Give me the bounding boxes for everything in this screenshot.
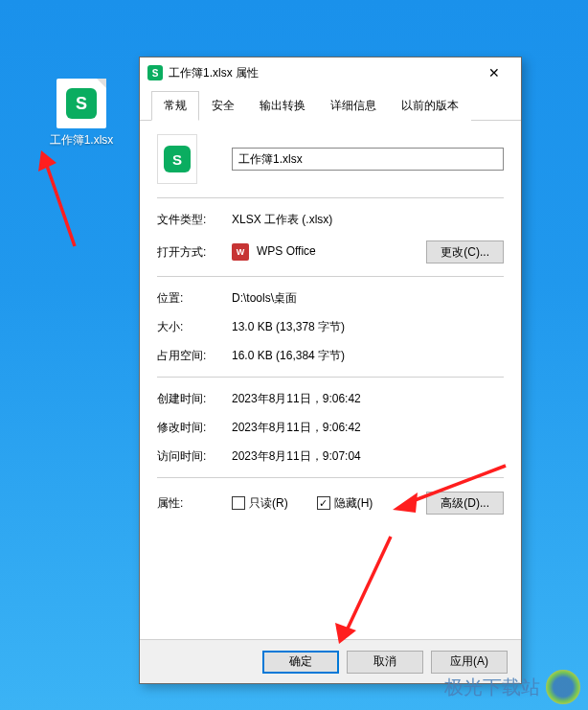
close-button[interactable]: ✕ bbox=[475, 59, 513, 86]
tab-previous[interactable]: 以前的版本 bbox=[389, 91, 471, 121]
change-button[interactable]: 更改(C)... bbox=[426, 240, 504, 263]
checkbox-readonly-label: 只读(R) bbox=[249, 495, 288, 512]
watermark: 极光下载站 bbox=[444, 670, 580, 704]
value-open-with: WWPS Office bbox=[232, 243, 426, 261]
label-created: 创建时间: bbox=[157, 391, 232, 407]
label-modified: 修改时间: bbox=[157, 420, 232, 436]
checkbox-readonly[interactable]: 只读(R) bbox=[232, 495, 288, 512]
tabs: 常规 安全 输出转换 详细信息 以前的版本 bbox=[140, 90, 521, 121]
value-size: 13.0 KB (13,378 字节) bbox=[232, 319, 504, 335]
cancel-button[interactable]: 取消 bbox=[347, 651, 423, 674]
dialog-title: 工作簿1.xlsx 属性 bbox=[169, 65, 475, 81]
svg-marker-2 bbox=[335, 623, 356, 644]
titlebar: S 工作簿1.xlsx 属性 ✕ bbox=[140, 57, 521, 88]
tab-security[interactable]: 安全 bbox=[199, 91, 247, 121]
checkbox-hidden-label: 隐藏(H) bbox=[334, 495, 373, 512]
watermark-badge-icon bbox=[546, 670, 580, 704]
svg-marker-1 bbox=[393, 492, 418, 513]
label-disk: 占用空间: bbox=[157, 348, 232, 364]
open-app-name: WPS Office bbox=[257, 244, 316, 258]
spreadsheet-icon: S bbox=[164, 146, 191, 172]
tab-details[interactable]: 详细信息 bbox=[318, 91, 389, 121]
desktop-file-icon[interactable]: S 工作簿1.xlsx bbox=[43, 79, 120, 149]
label-attributes: 属性: bbox=[157, 495, 232, 512]
title-icon: S bbox=[147, 65, 163, 80]
file-name-input[interactable] bbox=[232, 148, 504, 171]
value-modified: 2023年8月11日，9:06:42 bbox=[232, 420, 504, 436]
ok-button[interactable]: 确定 bbox=[262, 651, 339, 674]
label-accessed: 访问时间: bbox=[157, 448, 232, 465]
tab-general[interactable]: 常规 bbox=[151, 91, 199, 121]
value-disk: 16.0 KB (16,384 字节) bbox=[232, 348, 504, 364]
label-open-with: 打开方式: bbox=[157, 244, 232, 261]
file-icon: S bbox=[57, 79, 106, 128]
label-file-type: 文件类型: bbox=[157, 212, 232, 228]
checkbox-hidden-box bbox=[317, 496, 330, 510]
checkbox-readonly-box bbox=[232, 496, 245, 510]
value-created: 2023年8月11日，9:06:42 bbox=[232, 391, 504, 407]
checkbox-hidden[interactable]: 隐藏(H) bbox=[317, 495, 373, 512]
spreadsheet-icon: S bbox=[66, 88, 97, 119]
value-file-type: XLSX 工作表 (.xlsx) bbox=[232, 212, 504, 228]
watermark-text: 极光下载站 bbox=[444, 675, 540, 700]
tab-output[interactable]: 输出转换 bbox=[247, 91, 318, 121]
label-location: 位置: bbox=[157, 290, 232, 307]
close-icon: ✕ bbox=[488, 65, 500, 80]
wps-icon: W bbox=[232, 243, 249, 261]
value-location: D:\tools\桌面 bbox=[232, 290, 504, 307]
file-icon-large: S bbox=[157, 134, 197, 184]
label-size: 大小: bbox=[157, 319, 232, 335]
